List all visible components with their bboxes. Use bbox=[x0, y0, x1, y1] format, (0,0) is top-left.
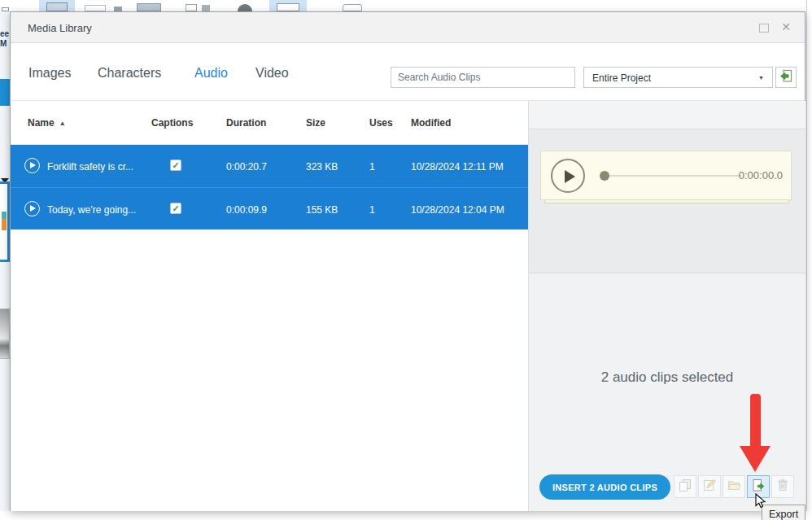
scope-dropdown[interactable]: Entire Project ▼ bbox=[583, 67, 773, 88]
folder-icon bbox=[727, 479, 741, 495]
toolbar-icon-fragment bbox=[186, 4, 197, 11]
toolbar-icon-fragment bbox=[343, 4, 362, 11]
thumbnail-art bbox=[2, 219, 7, 230]
toolbar-icon-fragment bbox=[137, 3, 161, 11]
table-row[interactable]: Today, we’re going... ✓ 0:00:09.9 155 KB… bbox=[11, 187, 528, 229]
restore-icon[interactable] bbox=[759, 24, 769, 33]
background-button-fragment bbox=[0, 79, 10, 106]
duplicate-icon bbox=[679, 478, 692, 495]
play-icon[interactable] bbox=[24, 158, 40, 173]
clip-size: 155 KB bbox=[306, 204, 338, 216]
column-header-duration[interactable]: Duration bbox=[226, 117, 266, 129]
column-header-size[interactable]: Size bbox=[306, 117, 325, 129]
delete-button[interactable] bbox=[771, 475, 794, 498]
seek-track[interactable] bbox=[609, 175, 741, 177]
tab-video[interactable]: Video bbox=[255, 66, 289, 81]
slide-thumbnail-selected[interactable] bbox=[0, 181, 10, 262]
column-header-name[interactable]: Name▲ bbox=[28, 117, 66, 129]
background-right-strip: n vi p bbox=[806, 0, 812, 520]
tab-audio[interactable]: Audio bbox=[194, 66, 228, 81]
media-library-dialog: Media Library ✕ Images Characters Audio … bbox=[10, 11, 805, 511]
mouse-cursor bbox=[755, 493, 766, 509]
play-button[interactable] bbox=[551, 159, 585, 193]
duplicate-button[interactable] bbox=[674, 475, 696, 498]
import-icon bbox=[779, 69, 793, 86]
column-header-modified[interactable]: Modified bbox=[411, 117, 451, 129]
clip-modified: 10/28/2024 12:11 PM bbox=[411, 161, 504, 173]
dialog-title: Media Library bbox=[28, 22, 92, 34]
pencil-icon bbox=[703, 478, 716, 495]
tab-images[interactable]: Images bbox=[28, 66, 71, 81]
clip-duration: 0:00:09.9 bbox=[226, 204, 267, 216]
scope-dropdown-value: Entire Project bbox=[592, 72, 651, 84]
table-row[interactable]: Forklift safety is cr... ✓ 0:00:20.7 323… bbox=[11, 145, 528, 187]
toolbar-icon-fragment bbox=[202, 5, 210, 11]
cropped-text-fragment: ee bbox=[0, 29, 9, 38]
annotation-arrow bbox=[750, 394, 761, 448]
tab-characters[interactable]: Characters bbox=[98, 66, 161, 81]
play-icon[interactable] bbox=[24, 201, 40, 216]
cropped-text-fragment: M bbox=[0, 39, 7, 48]
clip-uses: 1 bbox=[369, 161, 375, 173]
clip-name: Forklift safety is cr... bbox=[47, 161, 133, 173]
trash-icon bbox=[776, 478, 789, 495]
search-input[interactable] bbox=[391, 67, 575, 88]
close-icon[interactable]: ✕ bbox=[781, 20, 791, 33]
chevron-down-icon: ▼ bbox=[758, 75, 764, 81]
slide-thumbnail[interactable] bbox=[0, 308, 10, 359]
clip-duration: 0:00:20.7 bbox=[226, 161, 267, 173]
captions-checkbox[interactable]: ✓ bbox=[170, 203, 181, 214]
clip-uses: 1 bbox=[369, 204, 375, 216]
table-header: Name▲ Captions Duration Size Uses Modifi… bbox=[11, 101, 528, 145]
screen: ee M n vi p Media Library ✕ Images bbox=[0, 0, 812, 520]
export-tooltip: Export bbox=[762, 505, 805, 520]
play-icon bbox=[565, 170, 575, 183]
audio-player-card: 0:00:00.0 bbox=[540, 151, 792, 200]
audio-clip-table: Name▲ Captions Duration Size Uses Modifi… bbox=[11, 101, 528, 511]
insert-audio-clips-button[interactable]: INSERT 2 AUDIO CLIPS bbox=[539, 474, 670, 500]
column-header-captions[interactable]: Captions bbox=[151, 117, 193, 129]
toolbar-icon-fragment bbox=[238, 4, 252, 11]
clip-size: 323 KB bbox=[306, 161, 338, 173]
playback-time: 0:00:00.0 bbox=[739, 169, 783, 181]
background-bottom-strip bbox=[0, 511, 812, 520]
detail-panel: 0:00:00.0 2 audio clips selected INSERT … bbox=[528, 101, 805, 511]
background-left-strip: ee M bbox=[0, 11, 10, 520]
open-folder-button[interactable] bbox=[723, 475, 745, 498]
toolbar-icon-fragment bbox=[277, 3, 299, 11]
toolbar-icon-fragment bbox=[46, 2, 68, 11]
dialog-titlebar: Media Library ✕ bbox=[11, 12, 805, 43]
column-header-uses[interactable]: Uses bbox=[369, 117, 393, 129]
edit-button[interactable] bbox=[698, 475, 721, 498]
clip-action-buttons bbox=[674, 475, 794, 498]
clip-name: Today, we’re going... bbox=[47, 204, 136, 216]
import-media-button[interactable] bbox=[775, 67, 797, 88]
seek-handle[interactable] bbox=[600, 171, 609, 181]
panel-top-strip bbox=[529, 101, 805, 129]
selection-summary: 2 audio clips selected bbox=[529, 369, 805, 386]
background-toolbar-strip bbox=[0, 0, 812, 11]
annotation-arrow-head bbox=[740, 446, 771, 472]
sort-ascending-icon: ▲ bbox=[59, 120, 66, 127]
toolbar-icon-fragment bbox=[85, 5, 106, 11]
captions-checkbox[interactable]: ✓ bbox=[170, 159, 181, 171]
media-tabbar: Images Characters Audio Video Entire Pro… bbox=[11, 43, 805, 101]
thumbnail-art bbox=[2, 212, 7, 219]
clip-modified: 10/28/2024 12:04 PM bbox=[411, 204, 504, 216]
